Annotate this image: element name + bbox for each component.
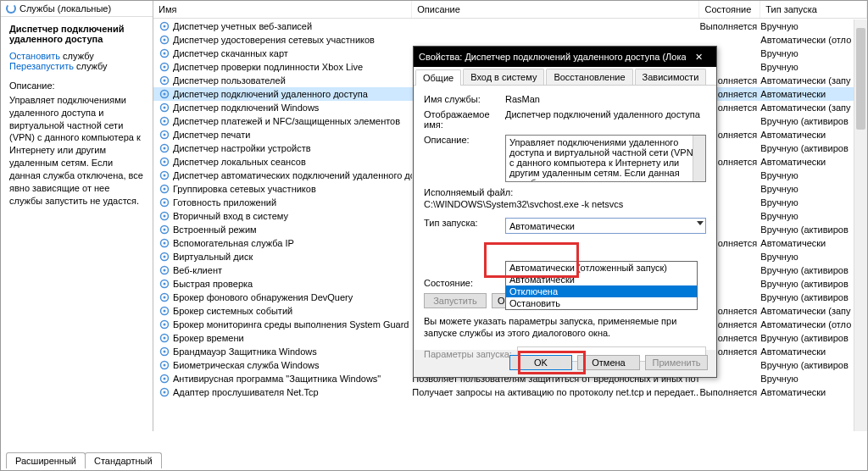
cell-startup: Вручную (активиров xyxy=(760,224,867,235)
val-svcname: RasMan xyxy=(505,94,706,104)
service-name-title: Диспетчер подключений удаленного доступа xyxy=(9,24,144,44)
scrollbar[interactable] xyxy=(854,19,867,431)
tab-standard[interactable]: Стандартный xyxy=(85,452,162,468)
dlg-tab-deps[interactable]: Зависимости xyxy=(635,69,707,85)
left-pane-title: Службы (локальные) xyxy=(19,3,111,14)
cell-startup: Автоматически xyxy=(760,89,867,99)
col-startup[interactable]: Тип запуска xyxy=(760,1,867,18)
dlg-tab-logon[interactable]: Вход в систему xyxy=(463,69,544,85)
col-desc[interactable]: Описание xyxy=(412,1,699,18)
opt-disabled[interactable]: Отключена xyxy=(506,285,697,297)
svg-point-23 xyxy=(163,175,165,177)
cell-name: Брандмауэр Защитника Windows xyxy=(173,346,412,357)
start-button[interactable]: Запустить xyxy=(424,293,487,308)
dlg-tab-recovery[interactable]: Восстановление xyxy=(546,69,632,85)
cell-name: Диспетчер автоматических подключений уда… xyxy=(173,170,412,180)
table-row[interactable]: Диспетчер удостоверения сетевых участник… xyxy=(153,33,867,47)
svg-point-35 xyxy=(163,256,165,258)
cell-desc: Получает запросы на активацию по протоко… xyxy=(412,387,699,397)
gear-icon xyxy=(159,169,170,181)
opt-stop[interactable]: Остановить xyxy=(506,297,697,309)
svg-point-25 xyxy=(163,188,165,191)
cell-name: Диспетчер платежей и NFC/защищенных элем… xyxy=(173,116,412,126)
apply-button[interactable]: Применить xyxy=(645,355,708,370)
dlg-tab-general[interactable]: Общие xyxy=(415,69,461,86)
restart-link[interactable]: Перезапустить xyxy=(9,61,74,71)
cell-name: Диспетчер подключений удаленного доступа xyxy=(173,89,412,99)
cell-name: Антивирусная программа "Защитника Window… xyxy=(173,374,412,384)
gear-icon xyxy=(159,47,170,59)
cell-startup: Вручную (активиров xyxy=(760,360,867,370)
startup-dropdown[interactable]: Автоматически (отложенный запуск) Автома… xyxy=(505,261,698,310)
gear-icon xyxy=(159,142,170,154)
svg-point-1 xyxy=(163,25,165,28)
cell-name: Вспомогательная служба IP xyxy=(173,238,412,248)
gear-icon xyxy=(159,183,170,195)
dialog-footer: OK Отмена Применить xyxy=(509,355,708,370)
cell-startup: Автоматически (запу xyxy=(760,306,867,316)
gear-icon xyxy=(159,224,170,236)
opt-delayed[interactable]: Автоматически (отложенный запуск) xyxy=(506,262,697,274)
lbl-startup: Тип запуска: xyxy=(424,218,505,228)
cell-state: Выполняется xyxy=(699,387,760,397)
cell-name: Диспетчер локальных сеансов xyxy=(173,157,412,167)
svg-point-9 xyxy=(163,80,165,82)
gear-icon xyxy=(159,319,170,330)
svg-point-31 xyxy=(163,229,165,231)
dialog-body: Имя службы:RasMan Отображаемое имя:Диспе… xyxy=(414,86,716,350)
startup-select[interactable]: Автоматически xyxy=(505,218,706,234)
cell-name: Биометрическая служба Windows xyxy=(173,360,412,370)
dialog-title-text: Свойства: Диспетчер подключений удаленно… xyxy=(419,52,686,62)
val-exe: C:\WINDOWS\System32\svchost.exe -k netsv… xyxy=(424,199,623,209)
lbl-params: Параметры запуска: xyxy=(424,349,517,359)
svg-point-47 xyxy=(163,337,165,340)
gear-icon xyxy=(6,3,16,14)
desc-scrollbar[interactable] xyxy=(693,136,705,181)
cancel-button[interactable]: Отмена xyxy=(577,355,640,370)
svg-point-3 xyxy=(163,39,165,42)
svg-point-7 xyxy=(163,66,165,69)
gear-icon xyxy=(159,305,170,317)
desc-header: Описание: xyxy=(9,80,144,92)
svg-point-27 xyxy=(163,202,165,204)
desc-box[interactable]: Управляет подключениями удаленного досту… xyxy=(505,135,706,182)
ok-button[interactable]: OK xyxy=(509,355,572,370)
gear-icon xyxy=(159,156,170,168)
cell-name: Адаптер прослушивателя Net.Tcp xyxy=(173,387,412,397)
lbl-svcname: Имя службы: xyxy=(424,94,505,104)
col-state[interactable]: Состояние xyxy=(699,1,760,18)
table-row[interactable]: Адаптер прослушивателя Net.TcpПолучает з… xyxy=(153,385,867,399)
col-name[interactable]: Имя xyxy=(153,1,412,18)
cell-startup: Вручную xyxy=(760,252,867,262)
svg-point-55 xyxy=(163,391,165,394)
cell-startup: Автоматически xyxy=(760,238,867,248)
cell-startup: Вручную (активиров xyxy=(760,333,867,343)
close-icon[interactable]: ✕ xyxy=(686,52,711,63)
gear-icon xyxy=(159,20,170,32)
gear-icon xyxy=(159,359,170,371)
gear-icon xyxy=(159,88,170,100)
table-row[interactable]: Диспетчер учетных веб-записейВыполняется… xyxy=(153,19,867,33)
gear-icon xyxy=(159,373,170,385)
dialog-titlebar[interactable]: Свойства: Диспетчер подключений удаленно… xyxy=(414,47,716,67)
gear-icon xyxy=(159,251,170,263)
gear-icon xyxy=(159,197,170,208)
gear-icon xyxy=(159,264,170,276)
svg-point-51 xyxy=(163,364,165,367)
cell-name: Диспетчер подключений Windows xyxy=(173,103,412,113)
opt-auto[interactable]: Автоматически xyxy=(506,274,697,285)
gear-icon xyxy=(159,237,170,249)
cell-startup: Автоматически xyxy=(760,387,867,397)
cell-name: Брокер мониторинга среды выполнения Syst… xyxy=(173,319,412,330)
cell-startup: Вручную xyxy=(760,211,867,221)
gear-icon xyxy=(159,115,170,127)
svg-point-41 xyxy=(163,296,165,299)
gear-icon xyxy=(159,386,170,398)
gear-icon xyxy=(159,278,170,290)
svg-point-49 xyxy=(163,351,165,353)
tab-extended[interactable]: Расширенный xyxy=(6,452,86,468)
svg-point-19 xyxy=(163,147,165,150)
stop-link[interactable]: Остановить xyxy=(9,51,60,61)
chevron-down-icon xyxy=(697,221,704,225)
scrollbar-thumb[interactable] xyxy=(856,28,865,130)
